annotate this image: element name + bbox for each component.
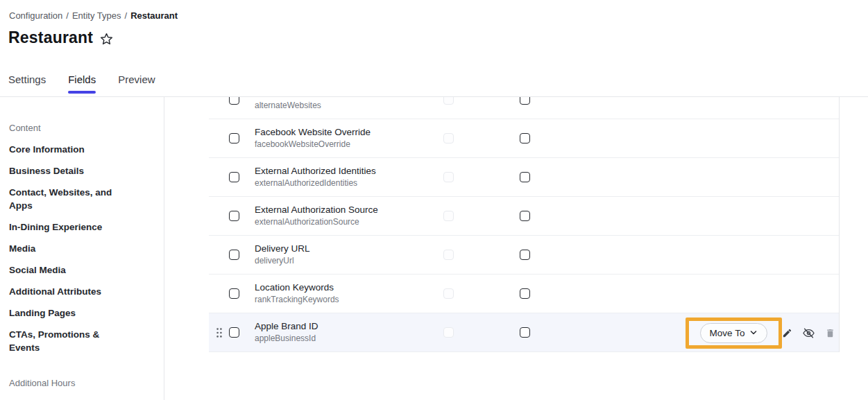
highlight-annotation-box: Move To bbox=[686, 318, 782, 349]
field-text: Delivery URL deliveryUrl bbox=[255, 243, 310, 266]
table-row: Apple Brand ID appleBusinessId Move To bbox=[209, 313, 839, 352]
tab-settings[interactable]: Settings bbox=[8, 73, 46, 94]
field-name: Facebook Website Override bbox=[255, 126, 371, 138]
field-api-name: rankTrackingKeywords bbox=[255, 295, 339, 305]
field-name: External Authorized Identities bbox=[255, 165, 376, 177]
breadcrumb-separator: / bbox=[66, 10, 69, 21]
row-right-checkbox[interactable] bbox=[520, 172, 530, 182]
drag-handle-icon[interactable] bbox=[216, 327, 223, 338]
table-row: External Authorized Identities externalA… bbox=[209, 158, 839, 197]
row-middle-checkbox-disabled bbox=[443, 250, 454, 260]
sidebar-item-contact-websites-and-apps[interactable]: Contact, Websites, and Apps bbox=[9, 186, 130, 212]
field-text: Facebook Website Override facebookWebsit… bbox=[255, 126, 371, 150]
tab-preview[interactable]: Preview bbox=[118, 73, 155, 94]
table-row: Location Keywords rankTrackingKeywords M… bbox=[209, 275, 839, 313]
tab-fields[interactable]: Fields bbox=[68, 73, 96, 94]
move-to-button[interactable]: Move To bbox=[700, 323, 768, 343]
field-text: External Authorized Identities externalA… bbox=[255, 165, 376, 189]
move-to-label: Move To bbox=[710, 328, 745, 338]
row-select-checkbox[interactable] bbox=[229, 211, 239, 221]
field-name: External Authorization Source bbox=[255, 204, 378, 216]
page-title: Restaurant bbox=[8, 28, 93, 47]
table-row: External Authorization Source externalAu… bbox=[209, 197, 839, 236]
sidebar-item-business-details[interactable]: Business Details bbox=[9, 164, 130, 177]
table-row: Alternate Websites alternateWebsites Mov… bbox=[209, 97, 839, 119]
table-row: Facebook Website Override facebookWebsit… bbox=[209, 119, 839, 158]
sidebar-item-in-dining-experience[interactable]: In-Dining Experience bbox=[9, 220, 130, 234]
breadcrumb-item-configuration[interactable]: Configuration bbox=[9, 10, 62, 21]
field-api-name: externalAuthorizationSource bbox=[255, 217, 378, 227]
field-api-name: alternateWebsites bbox=[255, 101, 333, 111]
sidebar-section-header-content: Content bbox=[9, 121, 150, 134]
row-right-checkbox[interactable] bbox=[520, 133, 530, 144]
field-text: Alternate Websites alternateWebsites bbox=[255, 97, 333, 111]
row-select-checkbox[interactable] bbox=[229, 250, 239, 260]
row-actions: Move To bbox=[686, 313, 837, 352]
row-middle-checkbox-disabled bbox=[443, 211, 454, 221]
field-api-name: facebookWebsiteOverride bbox=[255, 139, 371, 150]
sidebar-nav: Content Core Information Business Detail… bbox=[9, 121, 150, 400]
row-right-checkbox[interactable] bbox=[520, 327, 530, 338]
breadcrumb-item-restaurant: Restaurant bbox=[130, 10, 178, 21]
field-name: Apple Brand ID bbox=[255, 320, 318, 332]
tab-bar: Settings Fields Preview bbox=[8, 73, 155, 94]
hide-eye-slash-icon[interactable] bbox=[801, 325, 817, 341]
chevron-down-icon bbox=[749, 329, 758, 337]
sidebar-item-core-information[interactable]: Core Information bbox=[9, 143, 130, 156]
sidebar: Content Core Information Business Detail… bbox=[0, 97, 164, 400]
sidebar-section-header-additional-hours: Additional Hours bbox=[9, 376, 150, 390]
sidebar-item-media[interactable]: Media bbox=[9, 242, 130, 255]
field-name: Alternate Websites bbox=[255, 97, 333, 99]
field-name: Delivery URL bbox=[255, 243, 310, 254]
breadcrumb: Configuration/Entity Types/Restaurant bbox=[9, 10, 178, 21]
row-middle-checkbox-disabled bbox=[443, 327, 454, 338]
favorite-star-icon[interactable] bbox=[99, 32, 114, 46]
row-middle-checkbox-disabled bbox=[443, 172, 454, 182]
row-middle-checkbox-disabled bbox=[443, 133, 454, 144]
row-select-checkbox[interactable] bbox=[229, 133, 239, 144]
row-middle-checkbox-disabled bbox=[443, 288, 454, 299]
row-select-checkbox[interactable] bbox=[229, 97, 239, 105]
row-icon-buttons bbox=[781, 325, 837, 341]
sidebar-item-ctas-promotions-events[interactable]: CTAs, Promotions & Events bbox=[9, 328, 130, 354]
row-right-checkbox[interactable] bbox=[520, 97, 530, 105]
row-middle-checkbox-disabled bbox=[443, 97, 454, 105]
sidebar-item-landing-pages[interactable]: Landing Pages bbox=[9, 306, 130, 320]
field-name: Location Keywords bbox=[255, 281, 339, 293]
fields-table: Alternate Websites alternateWebsites Mov… bbox=[209, 97, 840, 352]
field-api-name: appleBusinessId bbox=[255, 333, 318, 344]
row-right-checkbox[interactable] bbox=[520, 250, 530, 260]
edit-pencil-icon[interactable] bbox=[781, 327, 794, 340]
delete-trash-icon[interactable] bbox=[824, 327, 837, 340]
sidebar-item-additional-attributes[interactable]: Additional Attributes bbox=[9, 285, 130, 298]
row-right-checkbox[interactable] bbox=[520, 288, 530, 299]
field-text: Apple Brand ID appleBusinessId bbox=[255, 320, 318, 344]
row-select-checkbox[interactable] bbox=[229, 327, 239, 338]
field-api-name: externalAuthorizedIdentities bbox=[255, 178, 376, 189]
field-text: External Authorization Source externalAu… bbox=[255, 204, 378, 227]
row-right-checkbox[interactable] bbox=[520, 211, 530, 221]
row-select-checkbox[interactable] bbox=[229, 288, 239, 299]
row-select-checkbox[interactable] bbox=[229, 172, 239, 182]
field-text: Location Keywords rankTrackingKeywords bbox=[255, 281, 339, 305]
breadcrumb-separator: / bbox=[125, 10, 128, 21]
breadcrumb-item-entity-types[interactable]: Entity Types bbox=[72, 10, 121, 21]
field-api-name: deliveryUrl bbox=[255, 256, 310, 266]
sidebar-item-social-media[interactable]: Social Media bbox=[9, 263, 130, 277]
table-row: Delivery URL deliveryUrl Move To bbox=[209, 236, 839, 275]
